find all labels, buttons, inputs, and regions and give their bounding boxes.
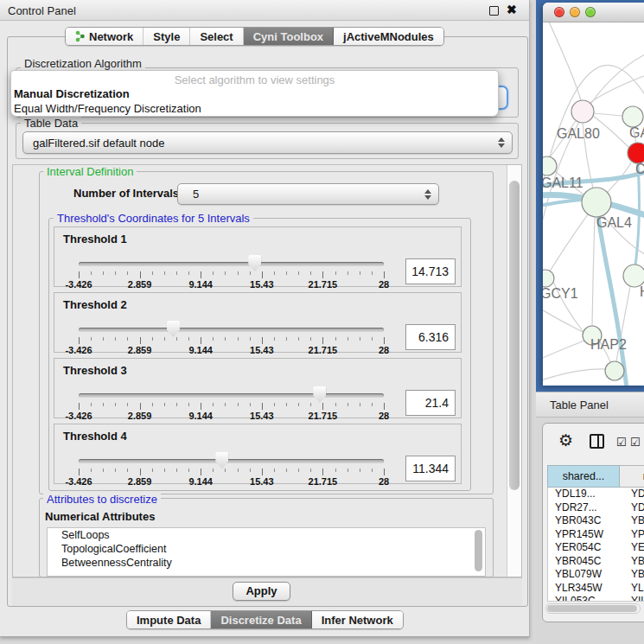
table-row[interactable]: YER054CYER0 <box>548 541 644 555</box>
slider-thumb[interactable] <box>215 452 228 469</box>
close-icon[interactable]: ✖ <box>507 3 517 16</box>
threshold-value-field[interactable]: 14.713 <box>405 258 456 284</box>
cell-shared-name[interactable]: YER054C <box>548 541 621 555</box>
top-tab-style[interactable]: Style <box>143 28 190 45</box>
threshold-value-field[interactable]: 21.4 <box>405 390 456 416</box>
tick-label: 28 <box>379 476 389 487</box>
top-tab-jactivemnodules[interactable]: jActiveMNodules <box>334 28 443 45</box>
table-row[interactable]: YLR345WYLR3 <box>548 582 644 596</box>
column-header-shared-name[interactable]: shared... <box>547 465 620 488</box>
numerical-attributes-list[interactable]: SelfLoopsTopologicalCoefficientBetweenne… <box>47 527 486 577</box>
slider-thumb[interactable] <box>248 255 261 271</box>
cell-name[interactable]: YDR2 <box>621 501 644 515</box>
network-edge-highlighted <box>598 217 627 386</box>
network-node-c[interactable] <box>628 143 644 163</box>
vertical-scrollbar[interactable] <box>507 165 521 577</box>
threshold-label: Threshold 1 <box>63 233 127 245</box>
combo-stepper-icon <box>424 189 431 200</box>
checkbox-icon[interactable]: ☑ <box>630 437 641 448</box>
close-traffic-light[interactable] <box>554 7 564 17</box>
zoom-traffic-light[interactable] <box>585 7 596 17</box>
slider-thumb[interactable] <box>313 386 326 403</box>
cell-name[interactable]: YBR0 <box>621 514 644 528</box>
column-header-name[interactable]: name <box>620 465 644 488</box>
tick-label: 21.715 <box>309 345 338 355</box>
table-data-combobox[interactable]: galFiltered.sif default node <box>22 131 513 154</box>
slider-thumb[interactable] <box>167 321 180 337</box>
threshold-value-field[interactable]: 6.316 <box>405 324 456 350</box>
attribute-item[interactable]: BetweennessCentrality <box>48 556 485 570</box>
cell-shared-name[interactable]: YBR045C <box>548 555 621 569</box>
bottom-tab-discretize-data[interactable]: Discretize Data <box>211 611 311 628</box>
cell-shared-name[interactable]: YDL19... <box>548 488 621 501</box>
apply-button[interactable]: Apply <box>233 582 290 601</box>
table-row[interactable]: YBL079WYBL0 <box>548 568 644 582</box>
top-tab-cyni-toolbox[interactable]: Cyni Toolbox <box>244 28 334 45</box>
threshold-slider[interactable] <box>79 262 384 266</box>
tick-label: -3.426 <box>65 345 92 355</box>
cell-name[interactable]: YPR1 <box>621 528 644 542</box>
attribute-item[interactable]: SelfLoops <box>48 528 485 542</box>
dropdown-item-manual[interactable]: Manual Discretization <box>11 86 498 101</box>
network-node-gal[interactable] <box>622 106 643 127</box>
bottom-tab-infer-network[interactable]: Infer Network <box>312 611 403 628</box>
panel-title: Control Panel <box>8 4 76 17</box>
number-of-intervals-label: Number of Intervals <box>73 187 179 200</box>
tick-label: 28 <box>379 279 389 290</box>
attribute-item[interactable]: TopologicalCoefficient <box>48 542 485 556</box>
thresholds-group-title: Threshold's Coordinates for 5 Intervals <box>54 212 253 225</box>
horizontal-scrollbar[interactable] <box>545 603 641 614</box>
algorithm-dropdown-popup: Select algorithm to view settings Manual… <box>10 70 499 117</box>
tick-label: 2.859 <box>128 411 152 421</box>
bottom-tab-impute-data[interactable]: Impute Data <box>127 611 211 628</box>
network-canvas[interactable]: GAL80GALCGAL11GAL4GCY1HHAP2 <box>543 22 644 386</box>
table-row[interactable]: YBR045CYBR0 <box>548 555 644 569</box>
cell-name[interactable]: YIL0 <box>621 595 644 601</box>
cell-name[interactable]: YER0 <box>621 541 644 555</box>
network-node-gal80[interactable] <box>571 100 594 123</box>
checkbox-icon[interactable]: ☑ <box>616 437 627 448</box>
tick-label: 28 <box>379 345 389 355</box>
gear-icon[interactable]: ⚙ <box>558 432 573 449</box>
table-row[interactable]: YIL053CYIL0 <box>548 595 644 601</box>
dropdown-item-equal-width[interactable]: Equal Width/Frequency Discretization <box>11 101 498 116</box>
cell-shared-name[interactable]: YLR345W <box>548 582 621 596</box>
network-edge <box>592 217 595 326</box>
top-tab-select[interactable]: Select <box>190 28 243 45</box>
table-row[interactable]: YDL19...YDL1 <box>548 488 644 501</box>
cell-shared-name[interactable]: YDR27... <box>548 501 621 515</box>
float-window-icon[interactable] <box>489 6 499 16</box>
cell-shared-name[interactable]: YIL053C <box>548 595 621 601</box>
minimize-traffic-light[interactable] <box>570 7 580 17</box>
vertical-scrollbar-thumb[interactable] <box>509 181 520 490</box>
table-panel-titlebar: Table Panel <box>536 392 644 418</box>
threshold-panel-4: Threshold 4-3.4262.8599.14415.4321.71528… <box>54 424 462 484</box>
horizontal-scrollbar-thumb[interactable] <box>547 605 637 612</box>
split-columns-icon[interactable] <box>590 434 604 449</box>
network-node[interactable] <box>605 361 624 380</box>
threshold-slider[interactable] <box>79 459 384 463</box>
table-row[interactable]: YDR27...YDR2 <box>548 501 644 515</box>
network-node-gal11[interactable] <box>543 156 557 175</box>
top-tab-network[interactable]: Network <box>66 28 143 45</box>
cell-shared-name[interactable]: YPR145W <box>548 528 621 542</box>
table-row[interactable]: YBR043CYBR0 <box>548 514 644 528</box>
cell-shared-name[interactable]: YBL079W <box>548 568 621 582</box>
apply-strip: Apply <box>12 577 522 606</box>
cell-shared-name[interactable]: YBR043C <box>548 514 621 528</box>
slider-ticks <box>79 271 384 279</box>
number-of-intervals-combobox[interactable]: 5 <box>177 183 439 205</box>
cell-name[interactable]: YDL1 <box>621 488 644 501</box>
threshold-value-field[interactable]: 11.344 <box>405 456 456 481</box>
network-node-gal4[interactable] <box>582 188 611 217</box>
cell-name[interactable]: YBL0 <box>621 568 644 582</box>
cell-name[interactable]: YLR3 <box>621 582 644 596</box>
network-node-gcy1[interactable] <box>543 270 554 287</box>
list-scrollbar-thumb[interactable] <box>475 530 482 571</box>
threshold-slider[interactable] <box>79 393 384 398</box>
tick-label: 9.144 <box>188 345 213 355</box>
cell-name[interactable]: YBR0 <box>621 555 644 569</box>
table-row[interactable]: YPR145WYPR1 <box>548 528 644 542</box>
node-label: HAP2 <box>590 337 627 352</box>
threshold-slider[interactable] <box>79 328 384 332</box>
